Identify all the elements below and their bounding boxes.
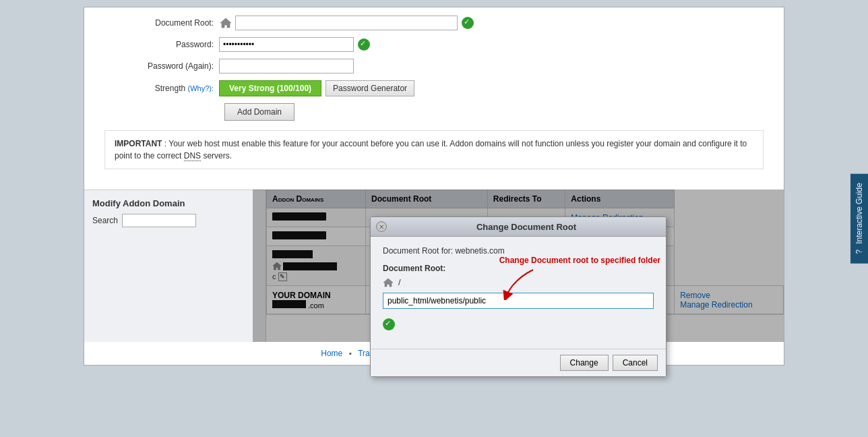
modal-path-slash: / bbox=[398, 277, 401, 287]
strength-bar[interactable]: Very Strong (100/100) bbox=[219, 80, 321, 96]
modal-home-icon bbox=[383, 278, 394, 287]
search-row: Search bbox=[92, 214, 257, 227]
svg-marker-0 bbox=[220, 18, 231, 28]
important-text2: servers. bbox=[203, 151, 232, 161]
important-bold: IMPORTANT bbox=[115, 139, 162, 148]
important-notice: IMPORTANT : Your web host must enable th… bbox=[104, 130, 764, 169]
modal-body: Document Root for: webnetis.com Document… bbox=[371, 237, 666, 349]
change-button[interactable]: Change bbox=[560, 355, 609, 371]
interactive-guide-panel[interactable]: ? Interactive Guide bbox=[850, 173, 868, 263]
modal-header: ✕ Change Document Root bbox=[371, 217, 666, 237]
password-input[interactable] bbox=[219, 37, 354, 52]
add-domain-row: Add Domain bbox=[224, 103, 770, 121]
modify-addon-domain-title: Modify Addon Domain bbox=[92, 198, 257, 208]
document-root-row: Document Root: bbox=[98, 16, 770, 30]
password-check-icon bbox=[358, 38, 370, 51]
password-again-row: Password (Again): bbox=[98, 59, 770, 74]
home-icon bbox=[219, 17, 232, 29]
document-root-label: Document Root: bbox=[98, 18, 219, 28]
password-again-input[interactable] bbox=[219, 59, 354, 74]
password-again-label: Password (Again): bbox=[98, 61, 219, 71]
modal-close-button[interactable]: ✕ bbox=[376, 221, 387, 232]
change-document-root-modal: ✕ Change Document Root Document Root for… bbox=[370, 216, 666, 377]
strength-row: Strength (Why?): Very Strong (100/100) P… bbox=[98, 80, 770, 96]
modal-doc-root-label: Document Root: bbox=[383, 264, 654, 273]
sidebar-panel: Modify Addon Domain Search bbox=[84, 190, 266, 342]
modal-overlay: ✕ Change Document Root Document Root for… bbox=[253, 190, 784, 342]
why-link[interactable]: (Why?): bbox=[188, 84, 214, 92]
password-row: Password: bbox=[98, 37, 770, 52]
document-root-check-icon bbox=[462, 17, 474, 29]
modal-title: Change Document Root bbox=[392, 222, 660, 232]
search-label: Search bbox=[92, 216, 118, 225]
password-generator-button[interactable]: Password Generator bbox=[326, 80, 414, 96]
modal-path-input[interactable] bbox=[383, 293, 654, 309]
guide-question-mark: ? bbox=[855, 250, 864, 254]
search-input[interactable] bbox=[122, 214, 196, 227]
modal-check-icon bbox=[383, 318, 395, 330]
svg-marker-3 bbox=[383, 279, 393, 287]
cancel-button[interactable]: Cancel bbox=[613, 355, 658, 371]
add-domain-button[interactable]: Add Domain bbox=[224, 103, 294, 121]
modal-footer: Change Cancel bbox=[371, 349, 666, 376]
strength-label: Strength (Why?): bbox=[98, 84, 219, 93]
dns-text: DNS bbox=[184, 151, 201, 161]
password-label: Password: bbox=[98, 40, 219, 49]
modal-path-row: / bbox=[383, 277, 654, 287]
guide-label: Interactive Guide bbox=[855, 183, 864, 244]
footer-home-link[interactable]: Home bbox=[321, 349, 342, 358]
document-root-input[interactable] bbox=[235, 16, 458, 30]
modal-subtitle: Document Root for: webnetis.com bbox=[383, 246, 654, 256]
